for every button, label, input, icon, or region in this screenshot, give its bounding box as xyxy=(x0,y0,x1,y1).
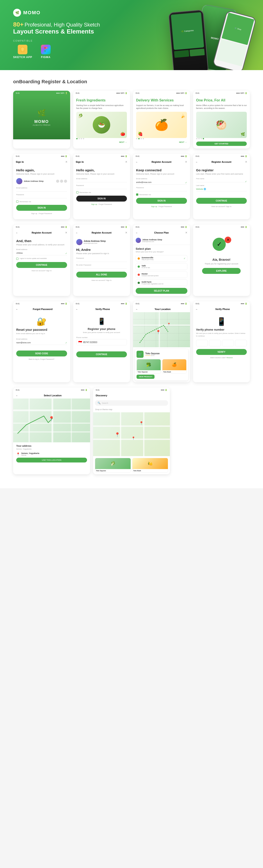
sb-forgot: 8:41 ●●● 🔋 xyxy=(13,301,70,306)
user-avatar-sp xyxy=(136,238,141,243)
lastname-value[interactable]: Website 🌐 xyxy=(196,187,247,191)
password-input-ha[interactable] xyxy=(76,260,127,262)
plan-item-4[interactable]: Gold Farm Product with vegetables and me xyxy=(136,279,187,286)
back-icon-selloc[interactable]: ← xyxy=(16,394,18,397)
sb-verify: 8:41 ●●● 🔋 xyxy=(193,301,250,306)
signin-btn-r1[interactable]: SIGN IN xyxy=(136,198,187,204)
discovery-search[interactable]: 🔍 Search xyxy=(95,400,168,406)
verify-btn[interactable]: VERIFY xyxy=(196,349,247,355)
email-value-at[interactable]: JOklow xyxy=(16,251,67,255)
back-icon-forgot[interactable]: ← xyxy=(16,308,18,310)
email-input-display-2[interactable] xyxy=(76,180,127,182)
phone-number[interactable]: 85747.015553 xyxy=(83,341,97,343)
explore-btn[interactable]: EXPLORE xyxy=(202,268,241,274)
phone-continue-btn[interactable]: CONTINUE xyxy=(76,351,127,357)
signin2-greeting: Hello again, xyxy=(76,168,127,172)
continue-btn-r2[interactable]: CONTINUE xyxy=(196,198,247,204)
password-input-r1[interactable] xyxy=(136,189,187,191)
resend-link[interactable]: Resend xyxy=(227,356,233,359)
forgot-link-r1[interactable]: Forgot Password xyxy=(158,206,172,208)
continue-btn-at[interactable]: CONTINUE xyxy=(16,262,67,268)
view-product-btn[interactable]: VIEW PRODUCT xyxy=(137,375,154,379)
plan-item-2[interactable]: Vath Hi all for two xyxy=(136,263,187,270)
discovery-pin-3: 📍 xyxy=(132,436,135,440)
forgot-footer: Back to log in, Forgot Password? xyxy=(16,358,67,360)
next-link[interactable]: NEXT → xyxy=(76,141,127,143)
password-input-display-2[interactable] xyxy=(76,187,127,189)
back-icon-1[interactable]: ← xyxy=(136,161,138,163)
flag-icon: 🇮🇩 xyxy=(78,340,82,344)
plan-item-1[interactable]: Sommerville Stay at your body ✓ xyxy=(136,255,187,262)
remember-checkbox-r1[interactable] xyxy=(136,193,138,196)
firstname-value[interactable] xyxy=(196,180,247,182)
back-icon-verify[interactable]: ← xyxy=(196,308,198,310)
signin-greeting: Hello again, xyxy=(16,168,67,172)
discovery-sub: Drop or theme map xyxy=(93,407,170,412)
otp-box-3[interactable] xyxy=(222,340,234,346)
search-icon-d: 🔍 xyxy=(97,402,100,404)
register1-header: ← Register Account ✕ xyxy=(133,159,190,165)
andthen-title: Register Account xyxy=(32,231,52,234)
svg-rect-5 xyxy=(44,50,46,52)
store-distance: 20 m xyxy=(151,355,154,356)
password-input-display-1[interactable] xyxy=(16,196,67,198)
otp-box-2[interactable] xyxy=(209,340,221,346)
close-icon-4[interactable]: ✕ xyxy=(245,160,247,163)
social-icon-3[interactable] xyxy=(64,180,67,183)
get-started-btn[interactable]: GET STARTED xyxy=(196,142,247,146)
toko-card-2[interactable]: 🍊 Toko Buah xyxy=(162,359,186,374)
back-icon-3[interactable]: ← xyxy=(16,231,18,234)
go-register-title: Go register xyxy=(196,168,247,172)
discovery-toko-1[interactable]: 🥬 Toko Sayuran xyxy=(95,458,131,472)
signin1-title: Sign In xyxy=(16,161,24,163)
social-icon-2[interactable] xyxy=(60,180,63,183)
store-rating: ★★★★ 20 m xyxy=(145,355,159,356)
close-icon-6[interactable]: ✕ xyxy=(125,231,127,234)
signup-link-r1[interactable]: Sign up xyxy=(151,206,157,208)
forgot-password-screen: 8:41 ●●● 🔋 ← Forgot Password 🔐 Reset you… xyxy=(13,301,70,382)
next-link-2[interactable]: NEXT → xyxy=(136,141,187,143)
ob-dots-4 xyxy=(196,138,247,140)
otp-box-4[interactable] xyxy=(235,340,247,346)
otp-box-1[interactable] xyxy=(196,340,208,346)
close-icon-sp[interactable]: ✕ xyxy=(185,231,187,234)
back-icon-phone[interactable]: ← xyxy=(76,308,78,310)
sketch-icon xyxy=(18,45,27,54)
social-icons xyxy=(56,180,67,183)
email-label-at: Email address xyxy=(16,248,67,250)
email-value-forgot[interactable]: naon@wow.com xyxy=(16,341,67,345)
email-value-r1[interactable]: andre@mow.com xyxy=(136,180,187,184)
plan-item-3[interactable]: Hester Chicken and beef protein xyxy=(136,271,187,278)
back-icon-sp[interactable]: ← xyxy=(136,231,138,234)
close-icon-2[interactable]: ✕ xyxy=(125,160,127,163)
email-label-2: Email address xyxy=(76,178,127,180)
social-icon-1[interactable] xyxy=(56,180,59,183)
use-location-btn[interactable]: USE THIS LOCATION xyxy=(16,458,87,463)
signin-btn-2[interactable]: SIGN IN xyxy=(76,196,127,202)
forgot-link[interactable]: Forgot Password xyxy=(98,203,112,205)
signup-link[interactable]: Sign up xyxy=(91,203,97,205)
plan-dot-3 xyxy=(138,274,140,276)
back-icon-4[interactable]: ← xyxy=(76,231,78,234)
agree-checkbox[interactable] xyxy=(16,258,19,260)
discovery-toko-2[interactable]: 🍋 Toko Buah xyxy=(132,458,168,472)
regphone-title: Verify Phone xyxy=(95,308,110,310)
remember-checkbox-1[interactable] xyxy=(16,200,19,203)
close-icon-1[interactable]: ✕ xyxy=(65,160,67,163)
email-input-display-1[interactable] xyxy=(16,189,67,191)
discovery-toko-name-1: Toko Sayuran xyxy=(95,469,130,472)
signin-btn-1[interactable]: SIGN IN xyxy=(16,205,67,211)
toko-card-1[interactable]: 🥦 Toko Sayuran xyxy=(137,359,161,374)
remember-checkbox-2[interactable] xyxy=(76,191,79,193)
plan-name-3: Hester xyxy=(142,273,159,275)
back-icon-loc[interactable]: ← xyxy=(136,308,138,310)
back-icon-2[interactable]: ← xyxy=(196,161,198,163)
alldone-btn[interactable]: ALL DONE xyxy=(76,272,127,278)
email-field-r1: andre@mow.com ✓ xyxy=(136,180,187,184)
select-plan-btn[interactable]: SELECT PLAN xyxy=(136,288,187,294)
reenter-input-ha[interactable] xyxy=(76,267,127,269)
send-code-btn[interactable]: SEND CODE xyxy=(16,350,67,356)
close-icon-3[interactable]: ✕ xyxy=(185,160,187,163)
svg-rect-3 xyxy=(46,47,47,49)
close-icon-5[interactable]: ✕ xyxy=(65,231,67,234)
